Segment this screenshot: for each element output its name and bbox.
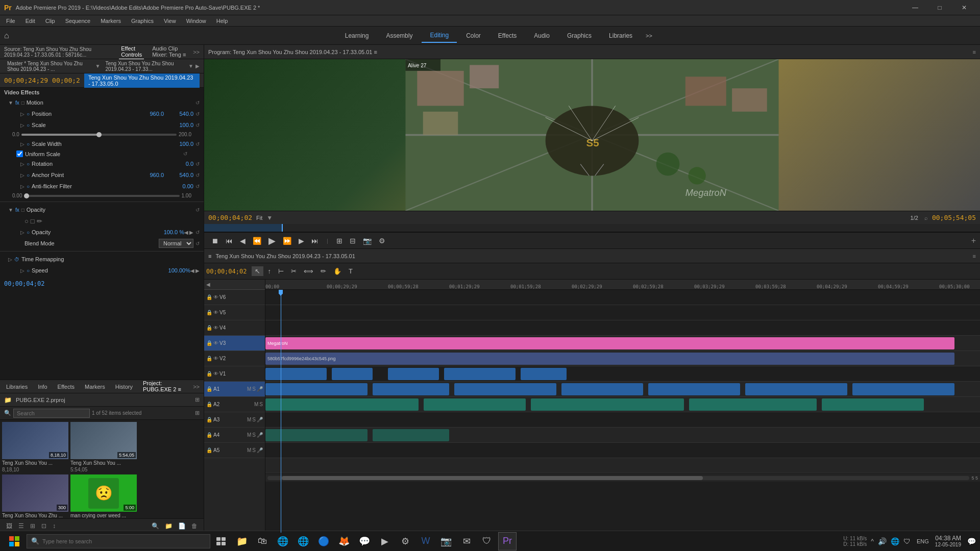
v1-eye-icon[interactable]: 👁 [213,371,218,377]
settings-button-taskbar[interactable]: ⚙ [396,532,414,550]
program-menu-icon[interactable]: ≡ [973,49,976,55]
rotation-value[interactable]: 0.0 [168,161,193,167]
panel-sort-tool[interactable]: ↕ [51,521,58,531]
tab-effects-panel[interactable]: Effects [56,383,77,391]
speed-toggle[interactable]: ▷ [20,268,24,273]
timeline-scrollbar-thumb[interactable] [282,476,703,480]
tab-info[interactable]: Info [36,383,49,391]
opacity-value[interactable]: 100.0 % [159,229,184,235]
tab-editing[interactable]: Editing [422,29,457,43]
overwrite-button[interactable]: ⊟ [347,236,359,246]
clip-dropdown-icon[interactable]: ▼ [188,63,193,69]
maximize-button[interactable]: □ [928,0,951,15]
start-button[interactable] [4,531,24,552]
clip-v2-2[interactable] [332,368,373,380]
hand-tool[interactable]: ✋ [330,266,345,276]
fast-forward-button[interactable]: ⏩ [280,236,295,246]
minimize-button[interactable]: — [903,0,927,15]
youtube-button[interactable]: ▶ [376,532,394,550]
menu-view[interactable]: View [160,17,180,25]
fit-dropdown-icon[interactable]: ▼ [266,214,273,221]
slip-tool[interactable]: ⟺ [301,266,316,276]
opacity-pen-icon[interactable]: ✏ [37,217,42,225]
chrome-button[interactable]: 🔵 [314,532,333,550]
edge-button[interactable]: 🌐 [274,532,292,550]
a2-m-icon[interactable]: M [254,402,258,407]
opacity-reset-icon[interactable]: ↺ [195,230,200,235]
mail-button[interactable]: ✉ [457,532,476,550]
step-frame-forward-button[interactable]: ▶ [296,236,307,246]
scale-width-reset-icon[interactable]: ↺ [195,141,200,147]
clip-a1-5[interactable] [822,398,924,411]
export-frame-button[interactable]: 📷 [360,236,375,246]
menu-markers[interactable]: Markers [96,17,125,25]
ripple-tool[interactable]: ⊢ [275,266,287,276]
v4-lock-icon[interactable]: 🔒 [206,325,212,331]
motion-enable[interactable]: □ [21,100,24,106]
clip-v2-5[interactable] [521,368,567,380]
clip-a1-2[interactable] [424,398,526,411]
a3-lock-icon[interactable]: 🔒 [206,417,212,422]
clip-v2-1[interactable] [265,368,327,380]
security-icon[interactable]: 🛡 [903,537,911,545]
taskview-button[interactable] [212,532,231,550]
motion-reset-icon[interactable]: ↺ [195,100,200,106]
tab-history[interactable]: History [113,383,135,391]
tab-assembly[interactable]: Assembly [378,29,421,42]
scale-width-value[interactable]: 100.0 [168,141,193,147]
clip-v1-3[interactable] [454,383,556,395]
timeline-menu-icon[interactable]: ≡ [973,253,976,259]
panel-search-tool[interactable]: 🔍 [150,521,161,531]
tab-libraries[interactable]: Libraries [4,383,30,391]
tab-audio[interactable]: Audio [526,29,558,42]
menu-file[interactable]: File [2,17,19,25]
project-search-input[interactable] [13,409,90,418]
a1-s-icon[interactable]: S [252,386,256,392]
clip-v1-7[interactable] [852,383,954,395]
taskbar-search-input[interactable] [42,538,206,544]
step-forward-button[interactable]: ⏭ [308,236,322,246]
panel-icon-tool[interactable]: 🖼 [4,521,14,531]
speaker-taskbar-icon[interactable]: 🔊 [878,537,887,545]
anchor-point-row[interactable]: ▷ ○ Anchor Point 960.0 540.0 ↺ [0,169,204,181]
panel-new-item-tool[interactable]: 📄 [176,521,188,531]
v6-lock-icon[interactable]: 🔒 [206,294,212,300]
opacity-circle-icon[interactable]: ○ [24,217,29,225]
uniform-scale-checkbox[interactable] [16,151,23,157]
v3-lock-icon[interactable]: 🔒 [206,340,212,346]
tab-graphics[interactable]: Graphics [559,29,600,42]
notifications-icon[interactable]: 💬 [967,537,976,545]
step-back-button[interactable]: ⏮ [223,236,236,246]
clip-a3-2[interactable] [373,429,449,441]
tab-learning[interactable]: Learning [337,29,377,42]
tab-effect-controls[interactable]: Effect Controls [119,44,144,59]
menu-window[interactable]: Window [182,17,210,25]
selector-right-arrow[interactable]: ▶ [195,63,200,69]
close-button[interactable]: ✕ [952,0,976,15]
clip-v2-3[interactable] [388,368,439,380]
v2-lock-icon[interactable]: 🔒 [206,356,212,361]
anchor-toggle[interactable]: ▷ [20,172,24,178]
pen-tool[interactable]: ✏ [317,266,329,276]
a4-lock-icon[interactable]: 🔒 [206,432,212,438]
a5-lock-icon[interactable]: 🔒 [206,447,212,453]
scale-value[interactable]: 100.0 [168,122,193,128]
menu-sequence[interactable]: Sequence [61,17,95,25]
stop-button[interactable]: ⏹ [208,236,222,246]
thumbnail-item[interactable]: 😟 5:00 man crying over weed ... 5:00 [70,474,137,518]
tab-markers[interactable]: Markers [83,383,107,391]
fit-label[interactable]: Fit [256,215,262,221]
a3-s-icon[interactable]: S [252,417,256,422]
anti-flicker-reset-icon[interactable]: ↺ [195,184,200,189]
timeline-expand-icon[interactable]: ≡ [208,253,211,259]
chevron-icon[interactable]: ^ [871,538,874,545]
premiere-button[interactable]: Pr [498,532,517,550]
blend-mode-select[interactable]: Normal Multiply Screen [159,239,193,248]
firefox-button[interactable]: 🦊 [335,532,353,550]
clip-a1-4[interactable] [689,398,817,411]
network-icon[interactable]: 🌐 [891,537,899,545]
opacity-section-reset-icon[interactable]: ↺ [195,207,200,213]
nav-more[interactable]: >> [642,33,656,39]
clip-v1-6[interactable] [745,383,847,395]
rotation-row[interactable]: ▷ ○ Rotation 0.0 ↺ [0,158,204,169]
